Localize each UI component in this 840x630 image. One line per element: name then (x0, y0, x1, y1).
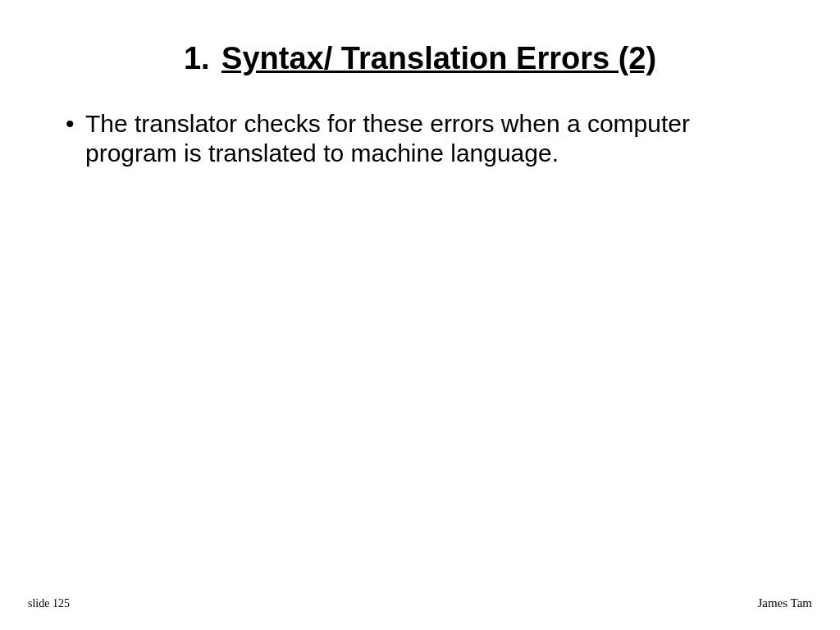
slide-title-row: 1. Syntax/ Translation Errors (2) (41, 41, 799, 76)
bullet-item: The translator checks for these errors w… (66, 109, 783, 168)
slide-container: 1. Syntax/ Translation Errors (2) The tr… (0, 0, 840, 630)
bullet-text: The translator checks for these errors w… (85, 110, 690, 167)
title-text: Syntax/ Translation Errors (2) (221, 41, 656, 75)
title-number: 1. (184, 41, 210, 75)
footer-slide-number: slide 125 (28, 597, 70, 610)
slide-content: The translator checks for these errors w… (41, 109, 799, 168)
footer-author: James Tam (757, 596, 812, 610)
